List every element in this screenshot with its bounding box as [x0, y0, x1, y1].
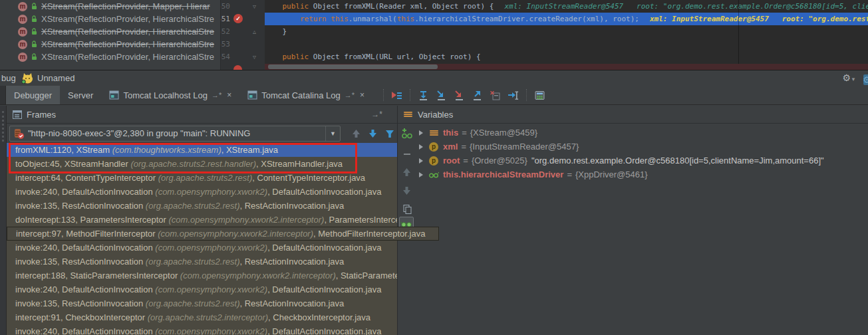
frame-package: (org.apache.struts2.rest.handler) — [130, 159, 256, 169]
copy-icon[interactable] — [400, 203, 413, 215]
tab-debugger[interactable]: Debugger — [6, 86, 60, 104]
code-line[interactable] — [265, 38, 868, 51]
fold-expand-icon[interactable]: ▵ — [253, 25, 256, 38]
variable-row[interactable]: this={XStream@5459} — [415, 126, 868, 140]
step-into-icon[interactable] — [435, 89, 448, 102]
completion-item[interactable]: mXStream(ReflectionProvider, Hierarchica… — [0, 25, 220, 38]
float-window-icon[interactable]: →* — [371, 106, 382, 124]
debug-window-title: bug — [1, 70, 16, 86]
frame-row[interactable]: doIntercept:133, ParametersInterceptor (… — [7, 213, 397, 227]
variables-tree[interactable]: this={XStream@5459}pxml={InputStreamRead… — [415, 126, 868, 335]
frame-method: intercept:188, StaticParametersIntercept… — [15, 271, 180, 280]
frame-row[interactable]: invoke:240, DefaultActionInvocation (com… — [7, 241, 397, 255]
thread-selector-row: "http-nio-8080-exec-3"@2,380 in group "m… — [7, 126, 397, 143]
tab-server[interactable]: Server — [60, 86, 101, 104]
frame-package: (org.apache.struts2.rest) — [146, 201, 240, 211]
frame-row[interactable]: invoke:240, DefaultActionInvocation (com… — [7, 185, 397, 199]
editor-pane[interactable]: 650▿651✓652▵653654▿ public Object fromXM… — [0, 0, 868, 70]
frame-row[interactable]: invoke:240, DefaultActionInvocation (com… — [7, 282, 397, 296]
completion-popup[interactable]: mXStream(ReflectionProvider, Mapper, Hie… — [0, 0, 221, 70]
code-segment: public — [283, 2, 309, 11]
frame-row[interactable]: toObject:45, XStreamHandler (org.apache.… — [7, 157, 397, 171]
frame-row[interactable]: intercept:188, StaticParametersIntercept… — [7, 269, 397, 282]
next-frame-button[interactable] — [366, 128, 378, 140]
previous-frame-button[interactable] — [350, 128, 362, 140]
frames-panel-header: Frames →* — [7, 106, 397, 124]
step-out-icon[interactable] — [471, 89, 484, 102]
expand-arrow-icon[interactable] — [419, 172, 423, 177]
code-segment: this — [331, 15, 349, 23]
add-watch-icon[interactable] — [400, 127, 413, 140]
evaluate-expression-icon[interactable] — [533, 89, 546, 102]
method-icon: m — [18, 2, 27, 11]
settings-gear-button[interactable]: ⚙▼ — [843, 70, 856, 87]
variable-row[interactable]: this.hierarchicalStreamDriver={XppDriver… — [415, 168, 868, 181]
frame-row[interactable]: invoke:135, RestActionInvocation (org.ap… — [7, 255, 397, 269]
remove-watch-icon[interactable] — [400, 148, 413, 160]
drop-frame-icon[interactable]: ✕ — [489, 89, 502, 102]
variable-row[interactable]: pxml={InputStreamReader@5457} — [415, 140, 868, 154]
frame-method: invoke:240, DefaultActionInvocation — [15, 326, 155, 335]
code-area[interactable]: public Object fromXML(Reader xml, Object… — [265, 0, 868, 64]
code-line[interactable]: } — [265, 25, 868, 38]
object-icon — [428, 130, 439, 136]
frame-file: , MethodFilterInterceptor.java — [313, 229, 425, 239]
frame-row[interactable]: invoke:135, RestActionInvocation (org.ap… — [7, 199, 397, 213]
frame-row-overlay[interactable]: intercept:97, MethodFilterInterceptor (c… — [7, 227, 439, 241]
tab-tomcat-localhost-log[interactable]: Tomcat Localhost Log→*× — [101, 86, 239, 104]
frame-package: (com.opensymphony.xwork2) — [155, 243, 267, 253]
chevron-down-icon[interactable]: ▼ — [325, 126, 340, 141]
force-step-into-icon[interactable] — [453, 89, 466, 102]
breakpoint-verified-icon[interactable]: ✓ — [233, 14, 243, 23]
frame-row[interactable]: intercept:91, CheckboxInterceptor (org.a… — [7, 310, 397, 324]
move-watch-up-icon[interactable] — [400, 166, 413, 178]
completion-item[interactable]: mXStream(ReflectionProvider, Mapper, Hie… — [0, 0, 220, 13]
expand-arrow-icon[interactable] — [419, 158, 423, 164]
expand-arrow-icon[interactable] — [419, 144, 423, 150]
frame-file: , StaticParametersInterceptor.java — [336, 271, 397, 280]
fold-collapse-icon[interactable]: ▿ — [253, 0, 256, 13]
completion-item[interactable]: mXStream(ReflectionProvider, Hierarchica… — [0, 13, 220, 25]
frame-row[interactable]: invoke:240, DefaultActionInvocation (com… — [7, 324, 397, 335]
thread-dropdown[interactable]: "http-nio-8080-exec-3"@2,380 in group "m… — [9, 126, 341, 142]
method-icon: m — [18, 27, 27, 37]
tomcat-icon — [21, 73, 34, 84]
breakpoint-icon[interactable] — [233, 65, 242, 70]
fold-collapse-icon[interactable]: ▿ — [253, 51, 256, 63]
tool-window-stripe — [0, 106, 7, 335]
right-margin-guide — [738, 0, 739, 64]
filter-frames-icon[interactable] — [384, 128, 396, 140]
code-segment — [265, 15, 300, 23]
expand-arrow-icon[interactable] — [419, 130, 423, 136]
close-icon[interactable]: × — [227, 90, 231, 100]
show-execution-point-icon[interactable] — [390, 89, 403, 102]
completion-item[interactable]: mXStream(ReflectionProvider, Hierarchica… — [0, 51, 220, 63]
editor-horizontal-scrollbar[interactable] — [268, 64, 438, 69]
ide-debug-screen: 650▿651✓652▵653654▿ public Object fromXM… — [0, 0, 868, 335]
move-watch-down-icon[interactable] — [400, 184, 413, 197]
public-access-icon — [31, 41, 37, 48]
frame-row[interactable]: invoke:135, RestActionInvocation (org.ap… — [7, 296, 397, 310]
step-over-icon[interactable] — [417, 89, 430, 102]
code-line[interactable]: public Object fromXML(Reader xml, Object… — [265, 0, 868, 13]
variable-name: this — [443, 128, 458, 138]
debug-window-body: Frames →* "http-nio-8080 — [0, 106, 868, 335]
tab-tomcat-catalina-log[interactable]: Tomcat Catalina Log→*× — [239, 86, 372, 104]
frame-package: (org.apache.struts2.rest) — [158, 173, 253, 183]
variable-value: {Order@5025} — [472, 156, 527, 166]
frame-row[interactable]: fromXML:1120, XStream (com.thoughtworks.… — [7, 143, 397, 157]
close-icon[interactable]: × — [360, 90, 364, 100]
frame-method: toObject:45, XStreamHandler — [15, 159, 130, 169]
frame-method: doIntercept:133, ParametersInterceptor — [15, 215, 169, 225]
debugger-inline-hint: xml: InputStreamReader@5457 root: "org.d… — [504, 2, 868, 11]
run-to-cursor-icon[interactable] — [507, 89, 519, 102]
code-line[interactable]: return this.unmarshal(this.hierarchicalS… — [265, 13, 868, 25]
frame-package: (org.apache.struts2.rest) — [146, 257, 240, 267]
code-line[interactable]: public Object fromXML(URL url, Object ro… — [265, 51, 868, 63]
completion-item[interactable]: mXStream(ReflectionProvider, Hierarchica… — [0, 38, 220, 51]
completion-item-label: XStream(ReflectionProvider, Hierarchical… — [41, 14, 214, 24]
scroll-to-end-indicator: →* — [212, 91, 221, 99]
frame-row[interactable]: intercept:64, ContentTypeInterceptor (or… — [7, 171, 397, 185]
thread-icon — [13, 128, 25, 140]
variable-row[interactable]: proot={Order@5025}"org.demo.rest.example… — [415, 154, 868, 168]
